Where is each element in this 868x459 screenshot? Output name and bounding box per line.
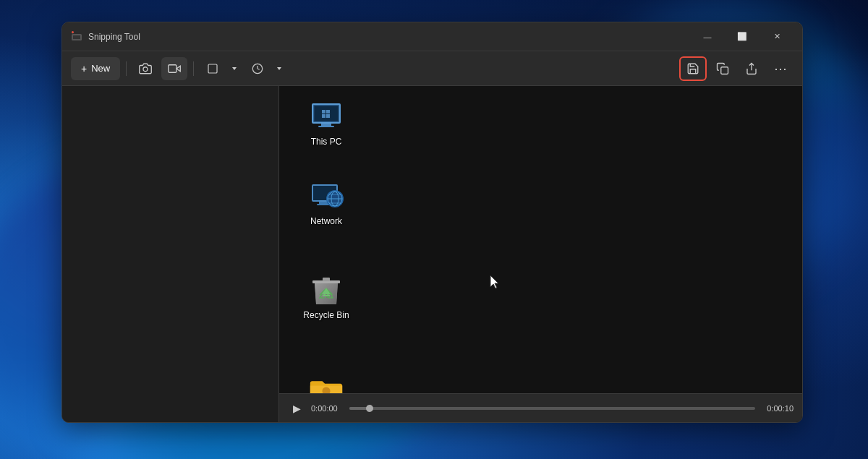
recycle-svg	[310, 273, 342, 307]
chevron-down-icon-2	[276, 65, 283, 72]
svg-rect-6	[208, 64, 217, 73]
toolbar-separator-2	[193, 61, 194, 76]
svg-point-3	[143, 67, 148, 71]
network-icon[interactable]: Network	[294, 173, 359, 232]
svg-marker-4	[176, 66, 180, 72]
play-icon: ▶	[293, 403, 301, 414]
shape-dropdown-button[interactable]	[227, 57, 242, 80]
this-pc-icon[interactable]: This PC	[294, 93, 359, 153]
network-svg	[309, 179, 344, 213]
svg-rect-13	[318, 126, 334, 127]
recycle-bin-icon[interactable]: Recycle Bin	[294, 267, 359, 326]
save-icon	[686, 62, 699, 75]
svg-rect-12	[321, 124, 331, 126]
main-content: This PC	[62, 86, 802, 422]
chevron-down-icon	[231, 65, 238, 72]
svg-point-2	[72, 31, 74, 33]
this-pc-label: This PC	[311, 137, 342, 147]
ellipsis-icon: ⋯	[774, 61, 788, 77]
copy-button[interactable]	[710, 57, 736, 80]
window-title: Snipping Tool	[88, 32, 691, 42]
shape-selector	[200, 57, 242, 80]
time-total: 0:00:10	[761, 404, 793, 413]
user-folder-icon[interactable]	[294, 368, 359, 393]
svg-rect-19	[326, 114, 330, 118]
mouse-cursor	[489, 274, 503, 291]
svg-rect-1	[73, 35, 80, 39]
camera-icon	[139, 62, 152, 75]
minimize-button[interactable]: —	[691, 25, 724, 48]
progress-bar[interactable]	[349, 407, 755, 410]
copy-icon	[716, 62, 729, 75]
timer-button[interactable]	[244, 57, 271, 80]
network-image	[309, 179, 344, 213]
desktop-background: This PC	[279, 86, 802, 393]
progress-thumb	[366, 405, 373, 412]
title-bar: Snipping Tool — ⬜ ✕	[62, 22, 802, 51]
play-button[interactable]: ▶	[288, 400, 305, 417]
monitor-svg	[309, 99, 344, 134]
new-label: New	[91, 63, 110, 74]
user-folder-image	[309, 374, 344, 393]
video-icon	[168, 62, 181, 75]
svg-rect-33	[323, 278, 330, 281]
this-pc-image	[309, 99, 344, 134]
timer-dropdown-button[interactable]	[272, 57, 286, 80]
svg-rect-17	[326, 110, 330, 113]
svg-rect-8	[721, 67, 728, 74]
close-button[interactable]: ✕	[760, 25, 793, 48]
share-button[interactable]	[739, 57, 765, 80]
svg-rect-5	[169, 64, 176, 72]
window-controls: — ⬜ ✕	[691, 25, 793, 48]
time-current: 0:00:00	[311, 404, 344, 413]
svg-rect-16	[322, 110, 326, 113]
toolbar: + New	[62, 51, 802, 86]
toolbar-separator-1	[126, 61, 127, 76]
video-mode-button[interactable]	[161, 57, 187, 80]
more-button[interactable]: ⋯	[767, 57, 793, 80]
timer-selector	[244, 57, 286, 80]
app-window: Snipping Tool — ⬜ ✕ + New	[61, 22, 803, 423]
photo-mode-button[interactable]	[132, 57, 158, 80]
cursor-svg	[489, 274, 503, 291]
recycle-bin-label: Recycle Bin	[303, 310, 349, 320]
share-icon	[745, 62, 758, 75]
maximize-button[interactable]: ⬜	[726, 25, 759, 48]
recycle-image	[309, 273, 344, 307]
plus-icon: +	[81, 63, 87, 74]
folder-svg	[309, 375, 344, 393]
clock-icon	[252, 63, 263, 74]
svg-rect-18	[322, 114, 326, 118]
capture-viewport: This PC	[279, 86, 802, 393]
network-label: Network	[310, 216, 342, 226]
new-button[interactable]: + New	[71, 57, 120, 80]
capture-area: This PC	[279, 86, 802, 422]
video-controls: ▶ 0:00:00 0:00:10	[279, 393, 802, 422]
save-button[interactable]	[679, 56, 707, 81]
shape-button[interactable]	[200, 57, 226, 80]
app-icon	[71, 31, 82, 43]
rect-icon	[207, 63, 218, 74]
sidebar	[62, 86, 279, 422]
